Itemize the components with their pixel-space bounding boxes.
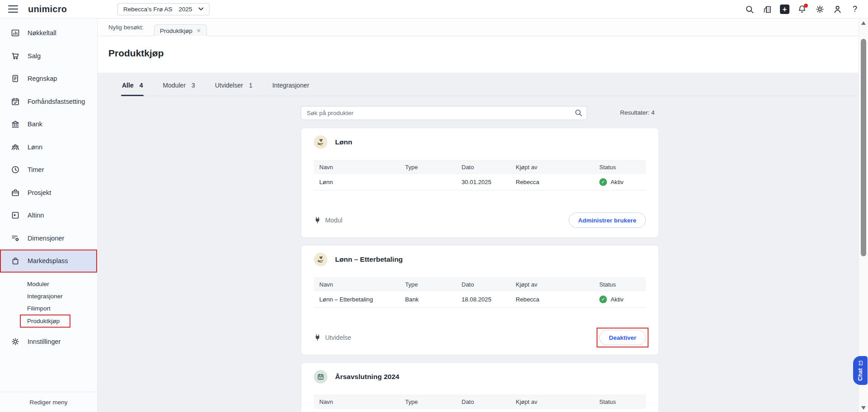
- product-card-lonn-etterbetaling: Lønn – Etterbetaling Navn Type Dato Kjøp…: [301, 245, 659, 355]
- cell-navn: Lønn – Etterbetaling: [314, 296, 400, 303]
- sidebar-item-nokkeltall[interactable]: Nøkkeltall: [0, 22, 97, 45]
- sidebar-item-label: Timer: [28, 166, 44, 173]
- calendar-check-icon: [11, 97, 20, 106]
- deactivate-button[interactable]: Deaktiver: [599, 330, 646, 345]
- tab-integrasjoner[interactable]: Integrasjoner: [271, 81, 310, 96]
- purchase-table: Navn Type Dato Kjøpt av Status: [314, 394, 646, 409]
- tab-bar: Alle 4 Moduler 3 Utvidelser 1 Integrasjo…: [121, 81, 859, 96]
- cell-navn: Lønn: [314, 179, 400, 185]
- sidebar-subitem-integrasjoner[interactable]: Integrasjoner: [0, 290, 97, 302]
- sidebar-item-label: Lønn: [28, 144, 42, 151]
- card-title: Årsavslutning 2024: [335, 373, 399, 381]
- user-profile-icon[interactable]: [832, 5, 842, 14]
- chat-button[interactable]: Chat: [853, 356, 868, 385]
- sidebar-item-label: Altinn: [28, 212, 44, 219]
- sidebar-item-bank[interactable]: Bank: [0, 113, 97, 136]
- column-header: Status: [594, 164, 646, 171]
- subitem-label: Integrasjoner: [27, 293, 63, 300]
- sidebar-subitem-moduler[interactable]: Moduler: [0, 278, 97, 290]
- sidebar-item-innstillinger[interactable]: Innstillinger: [0, 330, 97, 353]
- status-check-icon: ✓: [599, 296, 607, 303]
- tab-count: 4: [140, 82, 143, 89]
- sidebar-item-label: Salg: [28, 52, 41, 60]
- people-icon: [11, 143, 20, 152]
- sidebar-item-altinn[interactable]: Altinn: [0, 204, 97, 227]
- column-header: Kjøpt av: [510, 164, 594, 171]
- tab-moduler[interactable]: Moduler 3: [162, 81, 196, 96]
- status-check-icon: ✓: [599, 178, 607, 186]
- sidebar-item-label: Markedsplass: [28, 257, 68, 264]
- close-icon[interactable]: ✕: [196, 28, 201, 34]
- company-selector[interactable]: Rebecca's Frø AS 2025: [117, 3, 210, 15]
- results-count: Resultater: 4: [620, 109, 655, 116]
- sidebar-subitem-filimport[interactable]: Filimport: [0, 302, 97, 315]
- table-row: Lønn 30.01.2025 Rebecca ✓ Aktiv: [314, 174, 646, 190]
- chat-label: Chat: [857, 368, 863, 381]
- edit-menu-label: Rediger meny: [29, 399, 67, 406]
- sidebar-item-markedsplass[interactable]: Markedsplass: [0, 250, 97, 273]
- company-overview-icon[interactable]: [762, 5, 772, 14]
- tab-label: Moduler: [163, 82, 186, 89]
- column-header: Kjøpt av: [510, 398, 594, 405]
- cell-dato: 18.08.2025: [456, 296, 510, 303]
- help-icon[interactable]: ?: [850, 5, 860, 14]
- sidebar-item-prosjekt[interactable]: Prosjekt: [0, 181, 97, 204]
- cart-icon: [11, 51, 20, 60]
- cell-type: Bank: [400, 296, 456, 303]
- sidebar-item-forhandsfastsetting[interactable]: Forhåndsfastsetting: [0, 90, 97, 113]
- cell-kjopt-av: Rebecca: [510, 296, 594, 303]
- recent-tab-produktkjop[interactable]: Produktkjøp ✕: [154, 24, 207, 37]
- cell-dato: 30.01.2025: [456, 179, 510, 185]
- sidebar-item-dimensjoner[interactable]: Dimensjoner: [0, 227, 97, 250]
- scrollbar-thumb[interactable]: [861, 39, 866, 256]
- quick-add-icon[interactable]: +: [780, 5, 789, 14]
- dimensions-icon: [11, 234, 20, 243]
- column-header: Navn: [314, 398, 400, 405]
- scroll-up-arrow[interactable]: [861, 21, 866, 25]
- purchase-table: Navn Type Dato Kjøpt av Status Lønn 30.0…: [314, 160, 646, 190]
- sidebar-item-lonn[interactable]: Lønn: [0, 136, 97, 159]
- column-header: Type: [400, 164, 456, 171]
- sidebar-item-label: Regnskap: [28, 75, 57, 82]
- key-figures-icon: [11, 28, 20, 37]
- status-badge: Aktiv: [611, 296, 624, 303]
- title-section: Produktkjøp: [98, 36, 859, 73]
- recently-visited-label: Nylig besøkt:: [108, 24, 144, 31]
- sidebar-item-timer[interactable]: Timer: [0, 158, 97, 181]
- tab-count: 3: [191, 82, 195, 89]
- edit-menu-button[interactable]: Rediger meny: [0, 392, 97, 412]
- scroll-down-arrow[interactable]: [861, 406, 866, 410]
- column-header: Navn: [314, 164, 400, 171]
- status-badge: Aktiv: [611, 179, 624, 185]
- sidebar-item-regnskap[interactable]: Regnskap: [0, 67, 97, 90]
- sidebar-item-label: Dimensjoner: [28, 235, 64, 242]
- notifications-bell-icon[interactable]: [797, 5, 807, 14]
- settings-gear-icon: [11, 337, 20, 346]
- settings-gear-icon[interactable]: [815, 5, 825, 14]
- notification-badge: [804, 4, 808, 8]
- tab-label: Utvidelser: [215, 82, 243, 89]
- content-area: Alle 4 Moduler 3 Utvidelser 1 Integrasjo…: [98, 73, 859, 412]
- recent-tab-label: Produktkjøp: [160, 28, 192, 34]
- purchase-table: Navn Type Dato Kjøpt av Status Lønn – Et…: [314, 277, 646, 308]
- sidebar-subitem-produktkjop[interactable]: Produktkjøp: [20, 315, 70, 328]
- column-header: Navn: [314, 281, 400, 288]
- product-search-input[interactable]: [301, 106, 587, 120]
- sidebar-item-label: Innstillinger: [28, 338, 61, 345]
- card-title: Lønn – Etterbetaling: [335, 255, 403, 264]
- sidebar-item-label: Bank: [28, 120, 42, 128]
- briefcase-icon: [11, 188, 20, 197]
- column-header: Status: [594, 281, 646, 288]
- vertical-scrollbar[interactable]: [859, 19, 868, 412]
- sidebar-item-salg[interactable]: Salg: [0, 45, 97, 68]
- plug-icon: [314, 217, 321, 224]
- tab-alle[interactable]: Alle 4: [121, 81, 144, 96]
- marketplace-bag-icon: [11, 256, 20, 265]
- search-icon[interactable]: [745, 5, 755, 14]
- tab-label: Alle: [122, 82, 134, 89]
- hamburger-menu-icon[interactable]: [8, 5, 18, 13]
- administer-users-button[interactable]: Administrer brukere: [569, 213, 646, 228]
- tab-utvidelser[interactable]: Utvidelser 1: [214, 81, 253, 96]
- subitem-label: Produktkjøp: [27, 318, 60, 324]
- search-icon[interactable]: [574, 109, 583, 117]
